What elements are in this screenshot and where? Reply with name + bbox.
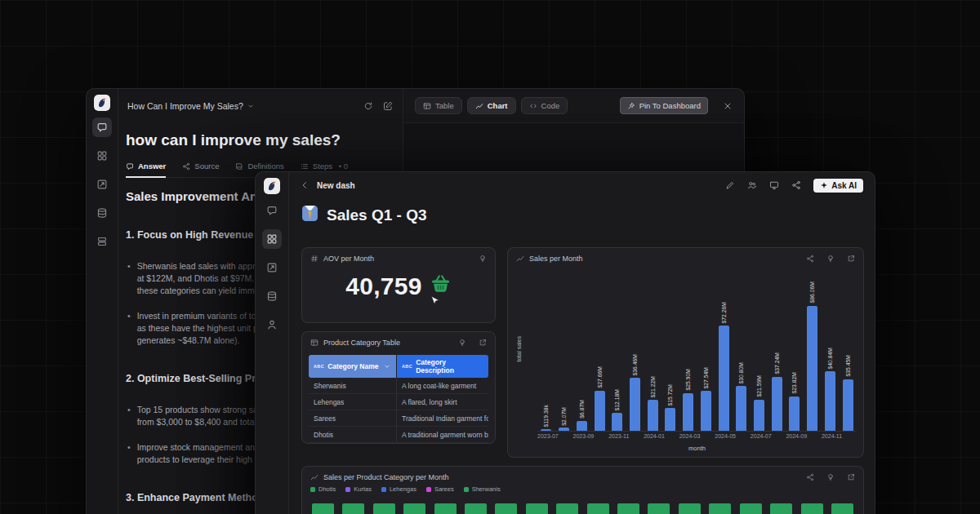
thread-title[interactable]: How Can I Improve My Sales? — [127, 101, 255, 111]
bar — [612, 413, 622, 431]
bar-slot: $21.59M — [751, 375, 768, 431]
legend-item-lehengas[interactable]: Lehengas — [381, 485, 416, 493]
x-tick-label: 2023-09 — [573, 433, 595, 439]
bar-value-label: $25.90M — [685, 369, 691, 390]
stacked-bar-top-segment — [709, 503, 731, 514]
stacked-bar-top-segment — [312, 503, 334, 514]
open-external-icon[interactable] — [479, 339, 487, 347]
close-icon[interactable] — [723, 101, 733, 111]
dashboard-window: New dash Ask AI Sales Q1 - Q3 AOV per Mo… — [255, 171, 875, 514]
open-external-icon[interactable] — [847, 255, 855, 263]
cell-category-description: A flared, long skirt — [396, 394, 488, 410]
insight-bulb-icon[interactable] — [458, 339, 466, 347]
bar-slot: $40.84M — [822, 348, 840, 431]
share-icon — [182, 162, 190, 171]
sidebar-item-chart-export-icon[interactable] — [262, 258, 282, 277]
x-tick-label: 2024-09 — [786, 433, 807, 439]
back-icon[interactable] — [300, 180, 310, 190]
legend-swatch — [345, 487, 350, 492]
sparkle-icon — [820, 181, 828, 189]
x-tick-label: 2024-11 — [822, 433, 842, 439]
cell-category-name: Kurtas — [309, 443, 396, 444]
screenshot-stage: How Can I Improve My Sales? Table Chart — [0, 0, 980, 514]
app-logo[interactable] — [264, 178, 280, 194]
sidebar-item-database-icon[interactable] — [92, 203, 112, 223]
share-icon[interactable] — [806, 473, 814, 481]
bar-slot: $35.45M — [839, 355, 857, 431]
category-table-card: Product Category Table ABC Category Name… — [301, 331, 496, 444]
stacked-bar-top-segment — [342, 503, 364, 514]
dashboard-title: Sales Q1 - Q3 — [301, 205, 427, 226]
stacked-bar-top-segment — [831, 503, 853, 514]
ask-ai-button[interactable]: Ask AI — [813, 179, 863, 193]
tab-chart[interactable]: Chart — [467, 97, 516, 114]
x-tick-label — [842, 433, 857, 439]
stacked-bars — [302, 503, 863, 514]
bar — [559, 428, 569, 431]
pin-to-dashboard-button[interactable]: Pin To Dashboard — [620, 97, 708, 114]
app-logo[interactable] — [94, 95, 110, 111]
insight-bulb-icon[interactable] — [826, 255, 835, 263]
x-tick-label — [629, 433, 644, 439]
tab-table[interactable]: Table — [415, 97, 462, 114]
bar-slot: $30.80M — [733, 362, 751, 431]
bar — [772, 377, 782, 431]
edit-pencil-icon[interactable] — [725, 180, 735, 190]
sidebar-item-layers-icon[interactable] — [92, 232, 112, 251]
bar — [541, 429, 551, 431]
present-icon[interactable] — [769, 180, 779, 190]
answer-tab-definitions[interactable]: Definitions — [235, 162, 283, 171]
insight-bulb-icon[interactable] — [826, 473, 835, 481]
sidebar-item-grid-icon[interactable] — [262, 229, 282, 249]
answer-tab-answer[interactable]: Answer — [126, 162, 166, 171]
legend-item-dhotis[interactable]: Dhotis — [310, 485, 336, 493]
bar — [595, 391, 605, 431]
bar-slot: $12.18M — [608, 389, 626, 431]
bar-value-label: $35.45M — [845, 355, 851, 376]
sidebar-item-chat-icon[interactable] — [92, 117, 112, 137]
bar-slot: $86.06M — [804, 281, 822, 431]
bar-slot: $15.72M — [662, 384, 679, 431]
bar-slot: $72.26M — [715, 302, 733, 431]
sidebar-item-chat-icon[interactable] — [262, 201, 282, 220]
tab-code[interactable]: Code — [521, 97, 568, 114]
breadcrumb[interactable]: New dash — [317, 181, 355, 190]
bar-value-label: $40.84M — [827, 348, 833, 369]
open-external-icon[interactable] — [847, 473, 855, 481]
cell-category-name: Dhotis — [309, 427, 396, 442]
legend-item-sarees[interactable]: Sarees — [426, 485, 454, 493]
bar-slot: $25.90M — [679, 369, 697, 431]
sidebar-item-grid-icon[interactable] — [92, 146, 112, 166]
table-row: LehengasA flared, long skirt — [309, 394, 488, 410]
sales-per-category-card: Sales per Product Category per Month Dho… — [301, 466, 864, 514]
bar — [701, 391, 711, 431]
sidebar-item-database-icon[interactable] — [262, 286, 282, 306]
share-icon[interactable] — [791, 180, 801, 190]
edit-icon[interactable] — [383, 101, 393, 111]
sidebar-item-chart-export-icon[interactable] — [92, 175, 112, 194]
sort-chevron-icon[interactable] — [383, 362, 391, 370]
stacked-bar-top-segment — [526, 503, 548, 514]
stacked-bar-top-segment — [617, 503, 639, 514]
collaborators-icon[interactable] — [747, 180, 757, 190]
answer-tab-source[interactable]: Source — [182, 162, 219, 171]
sales-card-title: Sales per Month — [529, 255, 583, 263]
cell-category-name: Lehengas — [309, 394, 396, 410]
stacked-bar-top-segment — [587, 503, 609, 514]
column-header-category-description[interactable]: ABC Category Description — [397, 355, 488, 378]
column-header-category-name[interactable]: ABC Category Name — [309, 355, 396, 378]
insight-bulb-icon[interactable] — [479, 255, 487, 263]
answer-tab-steps[interactable]: Steps • 0 — [301, 162, 348, 171]
legend-item-sherwanis[interactable]: Sherwanis — [464, 485, 501, 493]
refresh-icon[interactable] — [363, 101, 373, 111]
share-icon[interactable] — [806, 255, 814, 263]
bar — [719, 326, 729, 431]
bar-slot: $27.54M — [697, 367, 715, 431]
bar-slot: $6.87M — [572, 400, 590, 431]
sidebar-item-person-icon[interactable] — [262, 315, 282, 335]
stacked-bar-top-segment — [740, 503, 762, 514]
stacked-bar-top-segment — [403, 503, 425, 514]
bar-slot: $2.07M — [555, 407, 573, 431]
x-tick-label — [736, 433, 751, 439]
legend-item-kurtas[interactable]: Kurtas — [345, 485, 372, 493]
